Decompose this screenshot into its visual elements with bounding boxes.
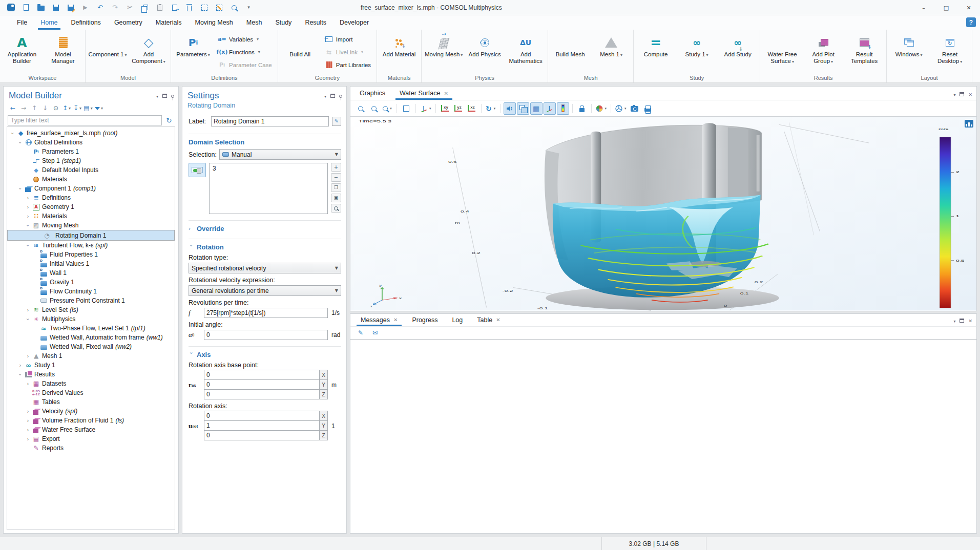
rotation-type-dropdown[interactable]: Specified rotational velocity▼ [189,263,341,273]
tree-item-volume-fraction-of-fluid-1-ls[interactable]: ›Volume Fraction of Fluid 1(ls) [7,416,175,425]
duplicate-button[interactable] [168,2,181,14]
expand-chevron-icon[interactable]: › [25,436,31,442]
view-yz-button[interactable]: yz [452,102,465,115]
tree-item-initial-values-1[interactable]: Initial Values 1 [7,259,175,268]
graphics-tab-graphics[interactable]: Graphics [352,87,392,100]
zoom-extents-button[interactable] [400,102,412,115]
expand-chevron-icon[interactable]: › [17,185,23,192]
dropdown-panel-button[interactable]: ▾ [953,317,955,324]
menu-tab-home[interactable]: Home [34,15,64,30]
remove-selection-button[interactable]: − [331,173,341,182]
axis-section-header[interactable]: › Axis [189,346,341,358]
expand-chevron-icon[interactable]: › [25,214,31,219]
find-button[interactable] [227,2,241,14]
variables-button[interactable]: a=Variables▾ [216,34,274,45]
view-xz-button[interactable]: xz [466,102,478,115]
zoom-selected-selection-button[interactable] [331,204,341,213]
menu-tab-materials[interactable]: Materials [149,15,189,30]
expand-chevron-icon[interactable]: › [25,353,31,359]
help-button[interactable]: ? [966,17,976,27]
expand-chevron-icon[interactable]: › [17,371,23,378]
plot-window-icon[interactable] [965,120,973,128]
close-button[interactable]: ✕ [957,0,980,15]
domain-selection-list[interactable]: 3 [209,163,328,214]
scene-light-button[interactable]: ▾ [614,102,628,115]
transparency-button[interactable] [517,102,529,115]
add-study-button[interactable]: ∞Add Study [718,31,758,73]
axis-rows-x-input[interactable] [204,411,320,421]
tree-item-level-set-ls[interactable]: ›≋Level Set(ls) [7,305,175,314]
lock-button[interactable] [576,102,588,115]
tree-item-parameters-1[interactable]: PiParameters 1 [7,147,175,156]
tree-item-component-1-comp1[interactable]: ›Component 1(comp1) [7,184,175,193]
cut-button[interactable]: ✂ [123,2,137,14]
tree-item-fluid-properties-1[interactable]: Fluid Properties 1 [7,250,175,259]
tree-item-materials[interactable]: Materials [7,175,175,184]
box-select-button[interactable] [197,2,211,14]
delete-button[interactable] [182,2,196,14]
funnel-button[interactable]: ▾ [94,103,104,113]
close-tab-icon[interactable]: ✕ [393,317,398,323]
tree-item-velocity-spf[interactable]: ›Velocity(spf) [7,407,175,416]
model-manager-button[interactable]: Model Manager [43,31,83,73]
close-x-panel-button[interactable]: ✕ [968,91,972,98]
tree-item-water-free-surface[interactable]: ›Water Free Surface [7,425,175,434]
save-button[interactable] [49,2,62,14]
pencil-button[interactable]: ✎ [356,328,366,338]
tree-item-flow-continuity-1[interactable]: Flow Continuity 1 [7,287,175,296]
tree-item-pressure-point-constraint-1[interactable]: Pressure Point Constraint 1 [7,296,175,305]
refresh-button[interactable]: ↻ [164,115,174,125]
tree-item-reports[interactable]: ✎Reports [7,443,175,453]
wireframe-grid-button[interactable]: ▦ [530,102,543,115]
mesh-1-button[interactable]: Mesh 1▾ [591,31,631,73]
tree-item-export[interactable]: ›▤Export [7,434,175,443]
tree-item-rotating-domain-1[interactable]: ◔Rotating Domain 1 [7,230,175,241]
windows-button[interactable]: Windows▾ [889,31,929,73]
view-xy-button[interactable]: xy [439,102,451,115]
messages-tab-progress[interactable]: Progress [405,314,445,326]
messages-tab-messages[interactable]: Messages✕ [353,314,405,326]
print-button[interactable] [642,102,654,115]
clear-selection-button[interactable] [212,2,226,14]
active-toggle-button[interactable] [189,163,206,177]
screenshot-button[interactable] [629,102,641,115]
expand-chevron-icon[interactable]: › [25,427,31,433]
expand-chevron-icon[interactable]: › [17,139,23,146]
tree-item-wetted-wall-automatic-from-frame-ww1[interactable]: Wetted Wall, Automatic from frame(ww1) [7,333,175,342]
build-mesh-button[interactable]: Build Mesh [550,31,590,73]
color-legend-button[interactable] [557,102,569,115]
tree-item-step-1-step1[interactable]: Step 1(step1) [7,156,175,165]
tree-item-geometry-1[interactable]: ›AGeometry 1 [7,202,175,211]
tree-filter-input[interactable] [8,115,162,125]
list-down-button[interactable]: ↧▾ [72,103,82,113]
compute-button[interactable]: =Compute [636,31,676,73]
run-button[interactable]: ▶ [78,2,92,14]
rotation-section-header[interactable]: › Rotation [189,239,341,251]
expand-chevron-icon[interactable]: › [17,363,24,368]
copy-button[interactable] [138,2,152,14]
label-input[interactable] [211,116,329,126]
menu-tab-mesh[interactable]: Mesh [240,15,269,30]
envelope-button[interactable]: ✉ [370,328,380,338]
sound-button[interactable] [504,102,516,115]
paste-button[interactable] [153,2,166,14]
tree-item-materials[interactable]: ›∷Materials [7,211,175,221]
graphics-tab-water-surface[interactable]: Water Surface✕ [392,87,455,100]
open-button[interactable] [34,2,48,14]
menu-tab-moving-mesh[interactable]: Moving Mesh [188,15,239,30]
tree-item-gravity-1[interactable]: Gravity 1 [7,278,175,287]
build-all-button[interactable]: Build All [280,31,320,73]
color-palette-button[interactable]: ▾ [595,102,608,115]
float-panel-button[interactable] [162,92,167,99]
maximize-button[interactable]: □ [935,0,957,15]
component-1-button[interactable]: Component 1▾ [88,31,128,73]
add-selection-button[interactable]: + [331,163,341,172]
pin-panel-button[interactable] [339,92,342,99]
float-panel-button[interactable] [960,317,964,324]
part-libraries-button[interactable]: Part Libraries [323,59,372,71]
messages-tab-table[interactable]: Table✕ [470,314,507,326]
result-templates-button[interactable]: Result Templates [844,31,884,73]
close-x-panel-button[interactable]: ✕ [968,317,972,324]
zoom-in-button[interactable] [355,102,367,115]
zoom-out-button[interactable] [368,102,380,115]
